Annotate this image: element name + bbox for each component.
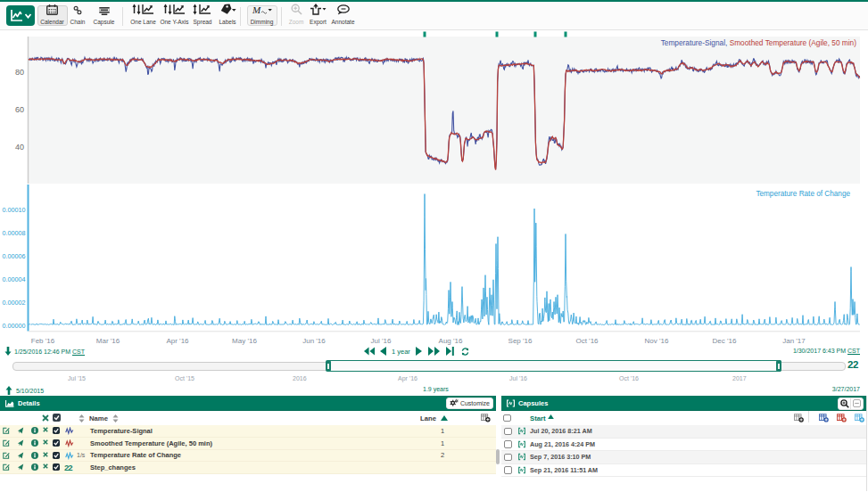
svg-text:M: M bbox=[252, 4, 261, 15]
svg-text:0.00004: 0.00004 bbox=[3, 275, 26, 283]
svg-text:0.00000: 0.00000 bbox=[3, 322, 26, 330]
svg-text:0.00008: 0.00008 bbox=[3, 229, 26, 237]
svg-text:Dec '16: Dec '16 bbox=[713, 337, 737, 345]
svg-text:Oct '16: Oct '16 bbox=[575, 337, 599, 345]
svg-text:0.00010: 0.00010 bbox=[3, 206, 26, 214]
svg-text:Feb '16: Feb '16 bbox=[31, 337, 55, 345]
svg-text:Aug '16: Aug '16 bbox=[439, 337, 463, 345]
svg-text:Nov '16: Nov '16 bbox=[645, 337, 669, 345]
svg-text:Jun '16: Jun '16 bbox=[302, 337, 326, 345]
svg-text:Jan '17: Jan '17 bbox=[782, 337, 806, 345]
svg-text:Sep '16: Sep '16 bbox=[508, 337, 533, 345]
svg-text:May '16: May '16 bbox=[232, 337, 257, 345]
svg-text:Temperature Rate of Change: Temperature Rate of Change bbox=[756, 190, 850, 198]
svg-text:0.00006: 0.00006 bbox=[3, 252, 26, 260]
svg-text:80: 80 bbox=[15, 68, 24, 77]
svg-text:60: 60 bbox=[15, 105, 24, 114]
svg-text:Jul '16: Jul '16 bbox=[371, 337, 392, 345]
svg-text:Temperature-Signal, Smoothed T: Temperature-Signal, Smoothed Temperature… bbox=[661, 38, 857, 47]
svg-text:Mar '16: Mar '16 bbox=[96, 337, 120, 345]
svg-text:40: 40 bbox=[15, 143, 24, 152]
svg-text:Apr '16: Apr '16 bbox=[166, 337, 189, 345]
svg-text:0.00002: 0.00002 bbox=[3, 299, 26, 307]
